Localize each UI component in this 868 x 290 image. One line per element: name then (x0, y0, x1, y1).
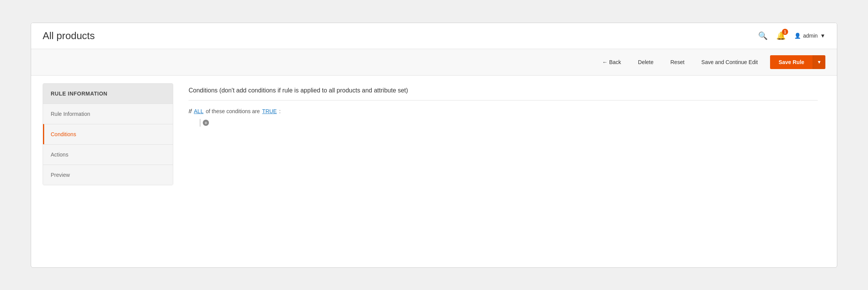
notification-bell[interactable]: 🔔 1 (776, 31, 786, 40)
sidebar-section-title: RULE INFORMATION (43, 84, 173, 104)
search-icon[interactable]: 🔍 (758, 31, 768, 40)
sidebar: RULE INFORMATION Rule Information Condit… (43, 83, 173, 185)
conditions-title: Conditions (don't add conditions if rule… (189, 87, 818, 101)
page-title: All products (43, 30, 95, 42)
add-condition-button[interactable]: + (203, 120, 209, 126)
admin-menu[interactable]: 👤 admin ▼ (794, 33, 825, 39)
reset-button[interactable]: Reset (666, 56, 689, 68)
back-button[interactable]: ← Back (598, 56, 626, 68)
toolbar: ← Back Delete Reset Save and Continue Ed… (31, 49, 837, 76)
vertical-line (200, 119, 200, 127)
delete-button[interactable]: Delete (633, 56, 658, 68)
plus-icon: + (204, 120, 207, 125)
conditions-add-row: + (196, 119, 818, 127)
header: All products 🔍 🔔 1 👤 admin ▼ (31, 23, 837, 49)
main-content: Conditions (don't add conditions if rule… (181, 83, 825, 260)
save-rule-dropdown-button[interactable]: ▼ (813, 55, 825, 69)
sidebar-item-preview[interactable]: Preview (43, 165, 173, 185)
sidebar-item-rule-information[interactable]: Rule Information (43, 104, 173, 124)
sidebar-item-label: Conditions (51, 131, 76, 137)
sidebar-item-label: Rule Information (51, 111, 90, 117)
sidebar-item-label: Actions (51, 152, 68, 158)
sidebar-item-actions[interactable]: Actions (43, 144, 173, 165)
true-link[interactable]: TRUE (262, 108, 277, 114)
save-rule-group: Save Rule ▼ (770, 55, 825, 69)
header-actions: 🔍 🔔 1 👤 admin ▼ (758, 31, 825, 40)
notification-badge: 1 (782, 29, 788, 35)
user-icon: 👤 (794, 33, 801, 39)
all-link[interactable]: ALL (194, 108, 204, 114)
colon-label: : (279, 108, 281, 114)
admin-label: admin (803, 33, 818, 39)
sidebar-item-conditions[interactable]: Conditions (43, 124, 173, 144)
save-continue-button[interactable]: Save and Continue Edit (697, 56, 762, 68)
page-wrapper: All products 🔍 🔔 1 👤 admin ▼ ← Back Dele… (31, 23, 837, 268)
save-rule-button[interactable]: Save Rule (770, 55, 813, 69)
sidebar-item-label: Preview (51, 172, 70, 178)
content-area: RULE INFORMATION Rule Information Condit… (31, 76, 837, 267)
if-label: If (189, 108, 192, 114)
conditions-body: If ALL of these conditions are TRUE : + (189, 108, 818, 127)
conditions-row: If ALL of these conditions are TRUE : (189, 108, 818, 114)
of-label: of these conditions are (206, 108, 260, 114)
chevron-down-icon: ▼ (820, 33, 825, 39)
